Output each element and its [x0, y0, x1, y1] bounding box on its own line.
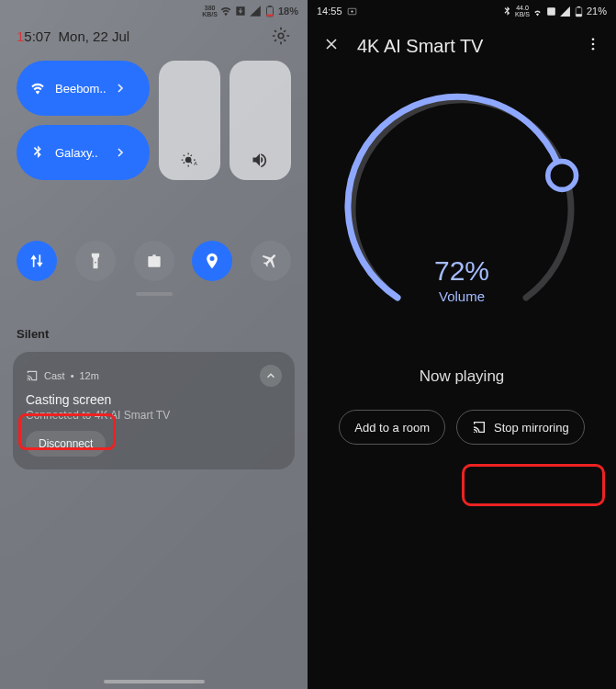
- battery-pct: 21%: [587, 6, 607, 17]
- bt-label: Galaxy..: [55, 146, 113, 160]
- nav-handle[interactable]: [104, 680, 205, 683]
- cast-icon: [26, 369, 39, 382]
- stop-mirroring-button[interactable]: Stop mirroring: [456, 410, 585, 445]
- more-vert-icon: [585, 36, 601, 52]
- notif-dot-icon: [346, 6, 358, 17]
- briefcase-icon: [145, 252, 163, 270]
- wifi-label: Beebom..: [55, 82, 113, 96]
- volume-readout: 72% Volume: [434, 255, 489, 304]
- qs-row-bottom: [0, 241, 308, 281]
- add-to-room-button[interactable]: Add to a room: [339, 410, 445, 445]
- cast-notification[interactable]: Cast • 12m Casting screen Connected to 4…: [13, 352, 295, 469]
- data-toggle[interactable]: [17, 241, 57, 281]
- svg-rect-2: [268, 6, 272, 6]
- wifi-icon: [532, 6, 543, 17]
- battery-icon: [263, 5, 276, 17]
- data-icon: [28, 252, 46, 270]
- svg-point-4: [185, 157, 192, 164]
- volte-icon: [234, 5, 247, 17]
- svg-rect-1: [266, 15, 273, 17]
- speaker-icon: [251, 151, 269, 169]
- svg-rect-8: [547, 7, 555, 16]
- svg-point-7: [351, 10, 353, 12]
- drag-handle[interactable]: [136, 292, 173, 296]
- svg-text:A: A: [194, 161, 197, 166]
- notif-title: Casting screen: [26, 392, 282, 407]
- cast-device-screen: 14:55 44.0KB/S 21% 4K AI Smart TV: [308, 0, 616, 689]
- date: Mon, 22 Jul: [59, 28, 130, 44]
- notif-section-header: Silent: [0, 307, 308, 346]
- chevron-right-icon: [113, 81, 128, 96]
- battery-icon: [573, 6, 585, 17]
- close-icon: [322, 35, 341, 53]
- signal-icon: [249, 5, 262, 17]
- status-bar: 14:55 44.0KB/S 21%: [308, 0, 616, 22]
- device-title: 4K AI Smart TV: [357, 36, 568, 57]
- time-date-row: 15:07 Mon, 22 Jul: [0, 22, 308, 50]
- cast-action-row: Add to a room Stop mirroring: [308, 410, 616, 445]
- battery-pct: 18%: [278, 6, 298, 17]
- volume-label: Volume: [434, 288, 489, 304]
- clock: 15:07: [17, 28, 51, 44]
- bluetooth-icon: [501, 6, 513, 17]
- volume-dial[interactable]: 72% Volume: [333, 79, 590, 336]
- chevron-right-icon: [113, 145, 128, 160]
- airplane-toggle[interactable]: [251, 241, 291, 281]
- now-playing-label: Now playing: [308, 367, 616, 386]
- settings-gear-icon[interactable]: [271, 26, 291, 46]
- flashlight-icon: [86, 252, 105, 270]
- brightness-icon: A: [180, 151, 198, 169]
- highlight-box: [462, 464, 605, 506]
- net-speed: 44.0KB/S: [515, 5, 530, 17]
- svg-point-12: [592, 38, 595, 40]
- signal-icon: [559, 6, 571, 17]
- wifi-tile[interactable]: Beebom..: [17, 61, 150, 116]
- notif-app: Cast: [44, 370, 65, 381]
- cast-header: 4K AI Smart TV: [308, 22, 616, 70]
- svg-point-15: [548, 162, 577, 190]
- svg-point-13: [592, 43, 595, 46]
- disconnect-button[interactable]: Disconnect: [26, 431, 106, 457]
- brightness-slider[interactable]: A: [159, 61, 220, 180]
- notif-age: 12m: [79, 370, 98, 381]
- more-button[interactable]: [585, 36, 601, 56]
- volume-slider[interactable]: [230, 61, 291, 180]
- collapse-button[interactable]: [260, 365, 282, 387]
- volume-percent: 72%: [434, 255, 489, 287]
- svg-rect-10: [576, 14, 582, 17]
- notif-subtitle: Connected to 4K AI Smart TV: [26, 409, 282, 422]
- svg-point-14: [592, 48, 595, 51]
- clock: 14:55: [317, 6, 342, 17]
- close-button[interactable]: [322, 35, 341, 57]
- wifi-icon: [29, 80, 46, 96]
- qs-tiles: Beebom.. A Galaxy..: [0, 50, 308, 241]
- location-icon: [203, 252, 221, 270]
- work-toggle[interactable]: [134, 241, 174, 281]
- net-speed: 380 KB/S: [202, 5, 218, 17]
- cast-icon: [472, 420, 487, 435]
- wifi-icon: [219, 5, 232, 17]
- bluetooth-icon: [29, 144, 46, 161]
- airplane-icon: [262, 252, 280, 270]
- quick-settings-shade: 380 KB/S 18% 15:07 Mon, 22 Jul Beebom.. …: [0, 0, 308, 689]
- svg-point-3: [278, 33, 284, 39]
- notif-header: Cast • 12m: [26, 365, 282, 387]
- bluetooth-tile[interactable]: Galaxy..: [17, 125, 150, 180]
- svg-rect-11: [577, 6, 580, 7]
- volte-icon: [545, 6, 557, 17]
- location-toggle[interactable]: [192, 241, 232, 281]
- flashlight-toggle[interactable]: [75, 241, 116, 281]
- chevron-up-icon: [264, 369, 277, 382]
- status-bar: 380 KB/S 18%: [0, 0, 308, 22]
